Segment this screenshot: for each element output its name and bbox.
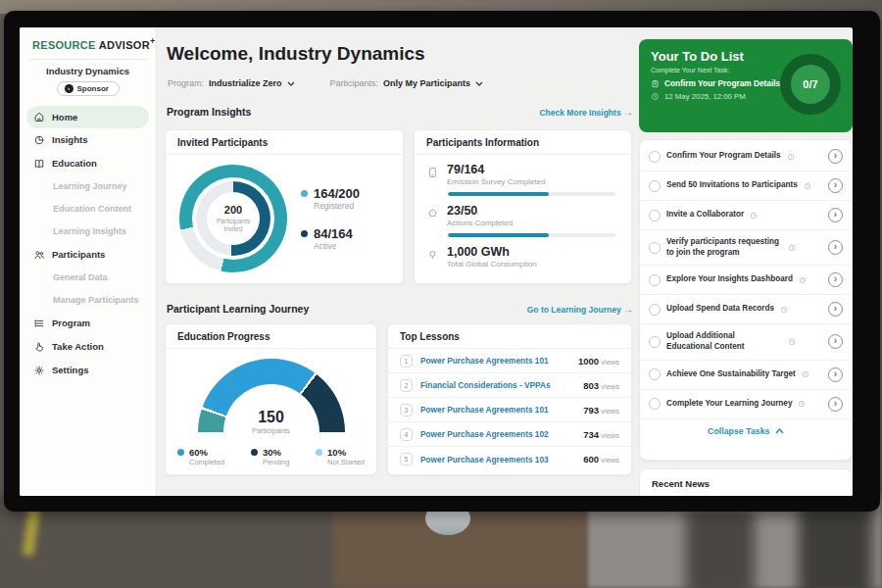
chevron-right-icon[interactable]: › [828,272,843,287]
people-icon [33,249,45,261]
todo-progress-ring: 0/7 [780,54,841,115]
collapse-tasks-link[interactable]: Collapse Tasks [640,419,852,440]
task-checkbox[interactable] [649,304,661,316]
task-checkbox[interactable] [649,180,661,192]
sidebar-item-learning-journey[interactable]: Learning Journey [20,175,156,198]
todo-task[interactable]: Achieve One Sustainability Target › [640,361,852,390]
participants-select[interactable]: Participants: Only My Participants [330,78,484,88]
chevron-up-icon [775,428,784,434]
clock-icon [780,306,788,314]
metric-label: Total Global Consumption [447,260,537,269]
chevron-right-icon[interactable]: › [828,208,843,222]
task-checkbox[interactable] [649,210,661,221]
todo-progress-count: 0/7 [791,65,830,104]
sidebar-nav: Home Insights Education Learning Journey… [20,106,156,382]
todo-task[interactable]: Verify participants requesting to join t… [640,230,852,266]
lesson-views-value: 600 [583,454,599,465]
card-title: Invited Participants [166,130,403,155]
legend-dot [316,449,322,456]
chevron-right-icon[interactable]: › [828,302,843,317]
chevron-right-icon[interactable]: › [828,334,843,349]
metric-value: 23/50 [447,204,513,218]
task-label: Upload Additional Educational Content [666,331,782,352]
metric-label: Actions Completed [447,219,513,227]
sidebar-item-settings[interactable]: Settings [20,359,156,382]
sidebar-item-education-content[interactable]: Education Content [20,198,156,220]
sponsor-badge-label: Sponsor [77,84,109,93]
legend-dot [301,230,308,237]
lesson-rank: 5 [400,453,413,466]
todo-task[interactable]: Explore Your Insights Dashboard › [640,266,852,295]
task-label: Verify participants requesting to join t… [666,237,782,258]
task-label: Send 50 Invitations to Participants [666,180,798,191]
legend-value: 10% [327,447,365,458]
task-checkbox[interactable] [649,336,661,348]
lesson-row: 1 Power Purchase Agreements 101 1000 vie… [388,349,631,373]
sidebar-item-label: Home [52,112,77,122]
lesson-views-suffix: views [601,431,619,440]
hand-action-icon [33,341,45,353]
todo-task[interactable]: Upload Spend Data Records › [640,295,852,324]
task-checkbox[interactable] [649,242,661,254]
lesson-link[interactable]: Financial Considerations - VPPAs [420,380,575,390]
top-lessons-card: Top Lessons 1 Power Purchase Agreements … [387,323,632,475]
gear-icon [33,365,45,376]
lesson-row: 4 Power Purchase Agreements 102 734 view… [388,422,631,447]
check-more-insights-link[interactable]: Check More Insights → [539,107,633,118]
filter-row: Program: Industrialize Zero Participants… [168,78,483,88]
sidebar-item-insights[interactable]: Insights [20,128,156,152]
todo-task[interactable]: Send 50 Invitations to Participants › [640,172,852,201]
sidebar-item-participants[interactable]: Participants [20,243,156,267]
chevron-right-icon[interactable]: › [828,178,843,193]
task-checkbox[interactable] [649,274,661,286]
sponsor-badge[interactable]: › Sponsor [57,81,120,96]
legend-item-completed: 60% Completed [177,447,224,466]
chevron-right-icon[interactable]: › [828,240,843,255]
clock-icon [798,400,806,408]
sidebar-item-education[interactable]: Education [20,152,156,175]
education-gauge-chart: 150 Participants [198,359,345,435]
sidebar-item-home[interactable]: Home [26,106,149,128]
chevron-right-icon[interactable]: › [828,397,843,412]
lesson-link[interactable]: Power Purchase Agreements 101 [420,356,570,366]
gauge-center-caption: Participants [198,426,345,435]
chevron-right-icon[interactable]: › [828,149,843,164]
sidebar-item-general-data[interactable]: General Data [20,267,156,289]
sidebar-item-manage-participants[interactable]: Manage Participants [20,289,156,312]
todo-task[interactable]: Confirm Your Program Details › [640,142,852,172]
program-select[interactable]: Program: Industrialize Zero [168,78,295,88]
lesson-link[interactable]: Power Purchase Agreements 101 [420,405,575,415]
invited-donut-area: 200 Participants Invited 164/200 Registe… [166,155,403,272]
task-checkbox[interactable] [649,151,661,163]
todo-summary-panel: Your To Do List Complete Your Next Task:… [639,39,853,132]
sidebar-item-label: Program [52,318,90,328]
sidebar-item-learning-insights[interactable]: Learning Insights [20,220,156,243]
collapse-label: Collapse Tasks [708,426,769,436]
sidebar-item-program[interactable]: Program [20,312,156,335]
todo-task[interactable]: Invite a Collaborator › [640,201,852,230]
task-checkbox[interactable] [649,398,661,410]
gauge-legend: 60% Completed 30% Pending 10% Not Starte… [166,435,376,466]
task-checkbox[interactable] [649,368,661,380]
clock-icon [750,212,758,220]
main-content: Welcome, Industry Dynamics Program: Indu… [157,27,639,496]
legend-item-registered: 164/200 Registered [301,186,360,211]
org-name: Industry Dynamics [20,66,156,76]
todo-task[interactable]: Upload Additional Educational Content › [640,324,852,360]
donut-center-value: 200 [224,204,242,216]
legend-item-not-started: 10% Not Started [316,447,365,466]
lesson-link[interactable]: Power Purchase Agreements 102 [420,429,575,439]
clock-icon [802,370,809,378]
chevron-down-icon [475,81,483,86]
go-to-learning-journey-link[interactable]: Go to Learning Journey → [527,304,633,315]
recent-news-card: Recent News [639,468,853,496]
gauge-area: 150 Participants [166,359,376,435]
lesson-link[interactable]: Power Purchase Agreements 103 [420,455,575,465]
book-icon [33,158,45,170]
sidebar-item-take-action[interactable]: Take Action [20,335,156,359]
todo-due-label: 12 May 2025, 12:00 PM [664,92,746,101]
todo-task[interactable]: Complete Your Learning Journey › [640,390,852,419]
education-progress-card: Education Progress 150 Participants 60% … [165,323,377,475]
chevron-right-icon[interactable]: › [828,368,843,382]
legend-dot [177,449,184,456]
